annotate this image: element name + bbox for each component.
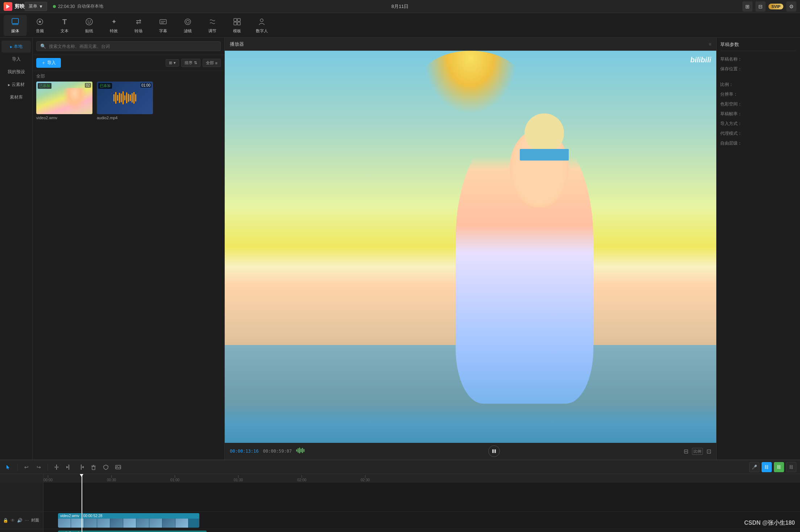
track-headers: 🔒 👁 🔊 ⋯ 封面 ⊙ 🔒 🔊 ⋯ <box>0 483 43 532</box>
sort-btn[interactable]: 排序 ⇅ <box>181 59 200 67</box>
track-label-cover: 封面 <box>31 518 39 523</box>
select-tool-btn[interactable] <box>4 462 14 472</box>
sidebar-item-local[interactable]: ▸ 本地 <box>1 41 31 53</box>
split-tool-btn-1[interactable] <box>51 462 62 472</box>
dropdown-icon: ▾ <box>174 61 176 65</box>
right-panel: 草稿参数 草稿名称： 保存位置： 比例： 分辨率： 色彩空间： 草稿帧率： 导入… <box>717 38 800 460</box>
ruler-mark-0: 00:00 <box>43 475 53 482</box>
clip-thumb-6 <box>123 519 136 528</box>
tool-filter[interactable]: 滤镜 <box>176 15 199 36</box>
media-actions: ＋ 导入 ⊞ ▾ 排序 ⇅ 全部 ≡ <box>33 55 224 71</box>
svg-rect-21 <box>300 449 302 452</box>
menu-button[interactable]: 菜单 ▼ <box>25 2 47 11</box>
prop-label-location: 保存位置： <box>720 66 746 72</box>
link-audio-btn[interactable]: ⛓ <box>762 462 772 472</box>
prop-row-import-mode: 导入方式： <box>720 121 796 127</box>
svg-rect-27 <box>69 465 69 470</box>
svg-point-12 <box>186 20 189 23</box>
svg-rect-29 <box>92 466 95 470</box>
audio-duration-badge: 01:00 <box>140 83 152 88</box>
redo-btn[interactable]: ↪ <box>34 462 44 472</box>
ruler-mark-1: 00:30 <box>107 475 116 482</box>
image-btn[interactable] <box>113 462 123 472</box>
search-input[interactable] <box>49 44 217 49</box>
tool-adjust[interactable]: 调节 <box>201 15 224 36</box>
prop-label-free-layer: 自由层级： <box>720 140 746 146</box>
player-controls: 00:00:13:16 00:00:59:07 <box>225 443 716 460</box>
tool-sticker[interactable]: 贴纸 <box>78 15 101 36</box>
video-clip[interactable]: video2.wmv 00:00:52:28 <box>58 513 199 528</box>
current-time: 00:00:13:16 <box>230 449 258 454</box>
link-btn-3[interactable]: ⛓ <box>786 462 796 472</box>
ruler-marks: 00:00 00:30 01:00 01:30 02:00 <box>43 474 800 483</box>
tool-effects[interactable]: ✦ 特效 <box>102 15 125 36</box>
mic-btn[interactable]: 🎤 <box>749 462 759 472</box>
tool-subtitle[interactable]: 字幕 <box>152 15 175 36</box>
sidebar-item-cloud[interactable]: ▸ 云素材 <box>1 79 31 91</box>
media-category: 全部 <box>33 71 224 82</box>
monitor-icon-btn[interactable]: ⊞ <box>742 1 753 12</box>
player-title: 播放器 <box>230 41 244 47</box>
player-right-controls: ⊟ 比例 ⊡ <box>684 448 711 455</box>
tool-template[interactable]: 模板 <box>225 15 249 36</box>
settings-icon-btn[interactable]: ⚙ <box>786 1 796 12</box>
prop-label-resolution: 分辨率： <box>720 91 746 97</box>
media-grid: 已添加 02 video2.wmv <box>33 82 224 120</box>
empty-track-header <box>0 483 43 512</box>
svg-point-4 <box>39 21 41 23</box>
track-content: video2.wmv 00:00:52:28 <box>43 483 800 532</box>
player-canvas: bilibili <box>225 51 716 443</box>
sidebar-item-import[interactable]: 导入 <box>1 53 31 65</box>
fullscreen-icon[interactable]: ⊡ <box>706 448 711 455</box>
shield-btn[interactable] <box>101 462 111 472</box>
tool-digital-human[interactable]: 数字人 <box>250 15 273 36</box>
timeline-tracks: 🔒 👁 🔊 ⋯ 封面 ⊙ 🔒 🔊 ⋯ <box>0 483 800 532</box>
tool-transition[interactable]: ⇄ 转场 <box>127 15 150 36</box>
svg-rect-18 <box>296 449 297 452</box>
track-more-icon[interactable]: ⋯ <box>25 518 29 523</box>
list-item[interactable]: 已添加 01:00 audio2.mp4 <box>97 82 153 120</box>
svip-badge[interactable]: SVIP <box>768 4 783 9</box>
subtitle-icon <box>158 17 168 27</box>
svg-point-5 <box>86 18 92 25</box>
clip-header: video2.wmv 00:00:52:28 <box>58 513 199 519</box>
tool-text[interactable]: T 文本 <box>53 15 76 36</box>
clip-thumb-5 <box>110 519 123 528</box>
audio-track-row: audio2.mp4 <box>43 529 800 532</box>
list-item[interactable]: 已添加 02 video2.wmv <box>36 82 92 120</box>
sidebar-item-presets[interactable]: 我的预设 <box>1 66 31 78</box>
tool-media[interactable]: 媒体 <box>4 15 27 36</box>
ruler-mark-5: 02:30 <box>361 475 370 482</box>
split-tool-btn-3[interactable] <box>76 462 86 472</box>
delete-btn[interactable] <box>88 462 99 472</box>
left-sidebar: ▸ 本地 导入 我的预设 ▸ 云素材 素材库 <box>0 38 33 460</box>
app-logo: 剪映 <box>4 2 25 11</box>
empty-track-row <box>43 483 800 512</box>
import-plus-icon: ＋ <box>41 60 46 66</box>
track-lock-icon[interactable]: 🔒 <box>3 518 8 523</box>
link-video-btn[interactable]: ⛓ <box>774 462 784 472</box>
pause-button[interactable] <box>488 445 500 457</box>
undo-btn[interactable]: ↩ <box>21 462 32 472</box>
video-track-row: video2.wmv 00:00:52:28 <box>43 512 800 529</box>
media-thumbnail: 已添加 02 <box>36 82 92 114</box>
ratio-icon[interactable]: 比例 <box>692 448 703 455</box>
player-menu-icon[interactable]: ≡ <box>709 42 711 47</box>
view-grid-btn[interactable]: ⊞ ▾ <box>166 59 179 67</box>
filter-btn[interactable]: 全部 ≡ <box>203 59 221 67</box>
track-eye-icon[interactable]: 👁 <box>11 518 15 523</box>
svg-rect-13 <box>234 18 237 21</box>
import-button[interactable]: ＋ 导入 <box>36 58 61 68</box>
split-tool-btn-2[interactable] <box>64 462 74 472</box>
track-audio-icon[interactable]: 🔊 <box>17 518 22 523</box>
pip-icon[interactable]: ⊟ <box>684 448 688 455</box>
svg-rect-25 <box>494 449 496 453</box>
timeline-playhead <box>82 483 82 532</box>
media-icon <box>10 17 20 27</box>
layout-icon-btn[interactable]: ⊟ <box>755 1 766 12</box>
svg-point-6 <box>88 21 89 22</box>
tool-audio[interactable]: 音频 <box>28 15 51 36</box>
top-right-controls: ⊞ ⊟ SVIP ⚙ <box>742 1 796 12</box>
sidebar-item-library[interactable]: 素材库 <box>1 91 31 103</box>
audio-clip[interactable]: audio2.mp4 <box>58 531 207 532</box>
